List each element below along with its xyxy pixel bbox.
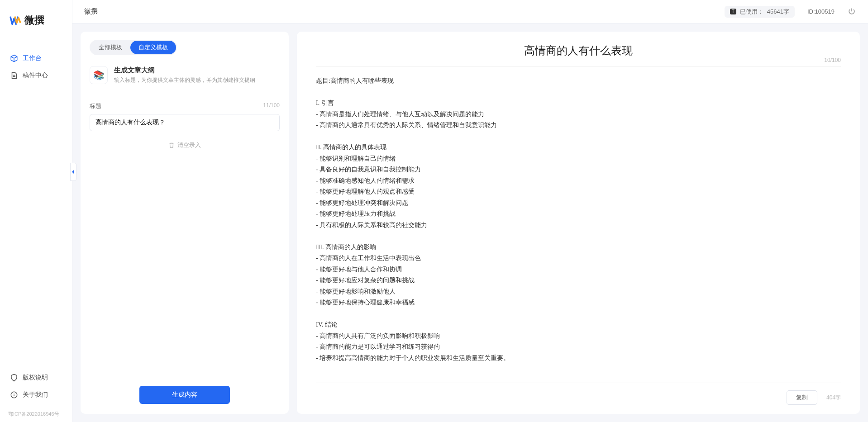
output-title: 高情商的人有什么表现 <box>316 43 841 58</box>
trash-icon <box>168 142 175 148</box>
usage-badge: T <box>730 9 736 14</box>
icp-text: 鄂ICP备2022016946号 <box>0 408 72 422</box>
usage-label: 已使用： <box>740 8 763 16</box>
usage-value: 45641字 <box>767 8 789 16</box>
title-field-label: 标题 <box>90 102 101 110</box>
topbar: 微撰 T 已使用： 45641字 ID:100519 <box>72 0 868 24</box>
nav-label: 关于我们 <box>23 391 48 399</box>
sidebar-collapse-button[interactable] <box>70 163 76 181</box>
info-icon <box>10 391 18 399</box>
usage-indicator[interactable]: T 已使用： 45641字 <box>725 6 795 18</box>
tab-all-templates[interactable]: 全部模板 <box>91 41 130 54</box>
template-card: 📚 生成文章大纲 输入标题，为你提供文章主体的灵感，并为其创建推文提纲 <box>90 63 280 93</box>
nav-label: 版权说明 <box>23 374 48 382</box>
page-title: 微撰 <box>84 7 98 16</box>
shield-icon <box>10 374 18 382</box>
power-icon[interactable] <box>847 7 856 16</box>
output-panel: 高情商的人有什么表现 10/100 题目:高情商的人有哪些表现 I. 引言 - … <box>297 32 860 414</box>
cube-icon <box>10 54 18 62</box>
input-panel: 全部模板 自定义模板 📚 生成文章大纲 输入标题，为你提供文章主体的灵感，并为其… <box>81 32 289 414</box>
title-char-count: 11/100 <box>263 102 280 110</box>
output-title-count: 10/100 <box>824 57 841 63</box>
nav-label: 工作台 <box>23 54 42 62</box>
chevron-left-icon <box>72 169 75 175</box>
nav-primary: 工作台 稿件中心 <box>0 36 72 369</box>
template-title: 生成文章大纲 <box>114 66 255 75</box>
nav-copyright[interactable]: 版权说明 <box>0 369 72 386</box>
nav-secondary: 版权说明 关于我们 <box>0 369 72 408</box>
template-desc: 输入标题，为你提供文章主体的灵感，并为其创建推文提纲 <box>114 76 255 84</box>
brand-logo: 微撰 <box>0 0 72 36</box>
brand-name: 微撰 <box>24 14 44 27</box>
logo-icon <box>9 14 22 27</box>
tab-custom-templates[interactable]: 自定义模板 <box>130 41 176 54</box>
output-word-count: 404字 <box>826 394 841 402</box>
generate-button[interactable]: 生成内容 <box>139 386 230 404</box>
user-id: ID:100519 <box>807 8 835 15</box>
nav-workbench[interactable]: 工作台 <box>0 50 72 67</box>
title-input[interactable] <box>90 114 280 131</box>
template-icon: 📚 <box>90 66 108 84</box>
template-tabs: 全部模板 自定义模板 <box>90 40 177 55</box>
copy-button[interactable]: 复制 <box>787 390 817 405</box>
document-icon <box>10 71 18 80</box>
nav-drafts[interactable]: 稿件中心 <box>0 67 72 84</box>
sidebar: 微撰 工作台 稿件中心 版权说明 关于我们 鄂ICP备2022016946号 <box>0 0 72 422</box>
nav-label: 稿件中心 <box>23 71 48 80</box>
output-body[interactable]: 题目:高情商的人有哪些表现 I. 引言 - 高情商是指人们处理情绪、与他人互动以… <box>316 66 841 378</box>
clear-input-label: 清空录入 <box>177 141 201 149</box>
clear-input-button[interactable]: 清空录入 <box>90 141 280 149</box>
nav-about[interactable]: 关于我们 <box>0 386 72 403</box>
